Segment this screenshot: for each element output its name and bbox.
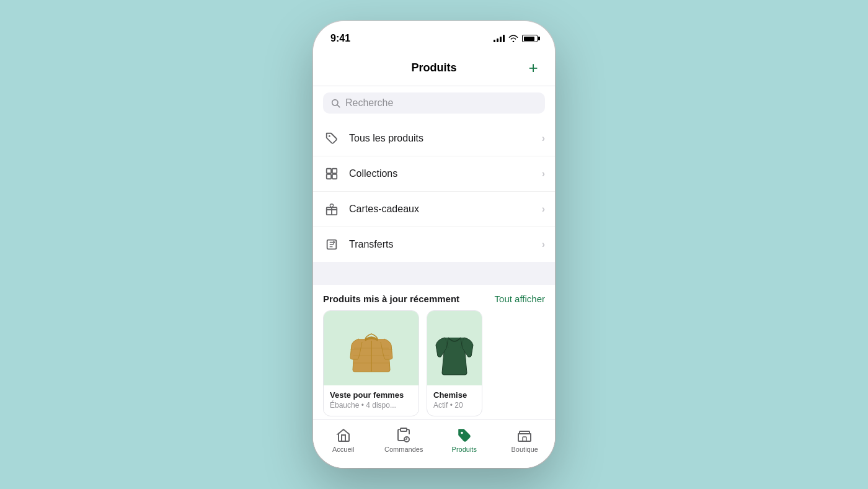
tag-icon — [323, 130, 340, 147]
chevron-right-icon: › — [542, 168, 545, 179]
menu-label-cartes-cadeaux: Cartes-cadeaux — [349, 204, 419, 215]
orders-icon — [396, 427, 412, 443]
svg-point-21 — [461, 432, 463, 434]
product-name-shirt: Chemise — [433, 390, 476, 400]
jacket-illustration — [347, 317, 396, 379]
menu-item-tous-les-produits[interactable]: Tous les produits › — [313, 121, 555, 156]
product-status-jacket: Ébauche • 4 dispo... — [330, 401, 412, 410]
tab-commandes[interactable]: Commandes — [374, 424, 435, 455]
menu-label-collections: Collections — [349, 168, 397, 179]
tab-produits[interactable]: Produits — [434, 424, 495, 455]
phone-content: Recherche Tous les produits › — [313, 86, 555, 468]
product-card-jacket[interactable]: Veste pour femmes Ébauche • 4 dispo... — [323, 310, 419, 416]
phone-frame: 9:41 Produits + — [313, 21, 555, 468]
status-icons — [494, 35, 538, 42]
gift-icon — [323, 200, 340, 218]
svg-rect-4 — [332, 169, 337, 173]
search-bar[interactable]: Recherche — [323, 92, 545, 114]
collection-icon — [323, 165, 340, 182]
tab-bar: Accueil Commandes Produit — [313, 419, 555, 468]
battery-icon — [522, 35, 538, 42]
products-grid: Veste pour femmes Ébauche • 4 dispo... — [313, 310, 555, 416]
product-info-jacket: Veste pour femmes Ébauche • 4 dispo... — [324, 385, 418, 416]
add-product-button[interactable]: + — [524, 58, 542, 77]
home-icon — [335, 427, 352, 443]
menu-item-transferts[interactable]: Transferts › — [313, 227, 555, 262]
chevron-right-icon: › — [542, 239, 545, 250]
product-name-jacket: Veste pour femmes — [330, 390, 412, 400]
chevron-right-icon: › — [542, 204, 545, 215]
status-bar: 9:41 — [313, 21, 555, 51]
tab-label-accueil: Accueil — [332, 446, 354, 453]
view-all-button[interactable]: Tout afficher — [495, 294, 545, 304]
shirt-illustration — [433, 320, 476, 376]
svg-rect-5 — [327, 174, 331, 179]
products-icon — [456, 427, 472, 443]
recent-section-header: Produits mis à jour récemment Tout affic… — [313, 285, 555, 310]
product-status-shirt: Actif • 20 — [433, 401, 476, 410]
tab-boutique[interactable]: Boutique — [495, 424, 556, 455]
product-info-shirt: Chemise Actif • 20 — [427, 385, 482, 416]
menu-item-collections[interactable]: Collections › — [313, 156, 555, 192]
transfer-icon — [323, 236, 340, 253]
svg-rect-22 — [518, 434, 531, 441]
menu-item-cartes-cadeaux[interactable]: Cartes-cadeaux › — [313, 192, 555, 227]
product-card-shirt[interactable]: Chemise Actif • 20 — [427, 310, 482, 416]
page-title: Produits — [411, 61, 456, 74]
app-header: Produits + — [313, 51, 555, 86]
product-image-shirt — [427, 311, 482, 385]
svg-rect-23 — [523, 437, 526, 441]
tab-accueil[interactable]: Accueil — [313, 424, 374, 455]
menu-list: Tous les produits › Collections — [313, 121, 555, 262]
svg-line-1 — [337, 105, 340, 107]
svg-point-2 — [329, 135, 330, 137]
section-separator — [313, 262, 555, 285]
svg-rect-3 — [327, 169, 331, 173]
search-container: Recherche — [313, 86, 555, 121]
search-placeholder: Recherche — [345, 97, 393, 109]
tab-label-produits: Produits — [452, 446, 477, 453]
wifi-icon — [508, 35, 518, 42]
menu-label-tous-les-produits: Tous les produits — [349, 133, 423, 144]
menu-label-transferts: Transferts — [349, 239, 393, 250]
chevron-right-icon: › — [542, 133, 545, 144]
search-icon — [330, 98, 340, 108]
status-time: 9:41 — [330, 33, 350, 44]
store-icon — [516, 427, 533, 443]
svg-rect-19 — [401, 428, 407, 431]
recent-section-title: Produits mis à jour récemment — [323, 294, 459, 304]
svg-rect-6 — [332, 174, 337, 179]
signal-icon — [494, 35, 505, 42]
tab-label-boutique: Boutique — [512, 446, 538, 453]
product-image-jacket — [324, 311, 418, 385]
tab-label-commandes: Commandes — [384, 446, 423, 453]
